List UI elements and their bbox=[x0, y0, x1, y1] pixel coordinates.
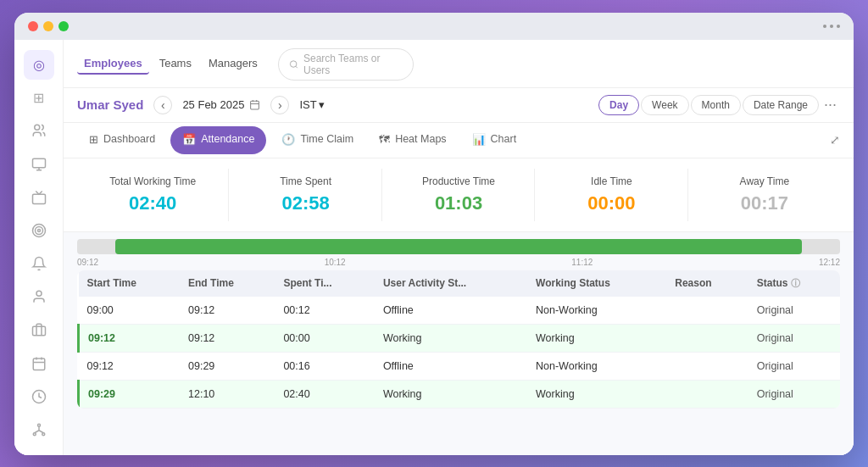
cell-start: 09:12 bbox=[79, 324, 181, 352]
prev-date-button[interactable]: ‹ bbox=[153, 96, 172, 114]
subtab-heatmaps-label: Heat Maps bbox=[395, 133, 446, 145]
col-start-time: Start Time bbox=[79, 270, 181, 297]
sidebar-icon-compass[interactable]: ◎ bbox=[24, 50, 54, 80]
timeline-area: 09:12 10:12 11:12 12:12 bbox=[64, 232, 854, 270]
svg-rect-4 bbox=[32, 194, 45, 203]
svg-point-0 bbox=[34, 125, 39, 131]
svg-point-17 bbox=[42, 433, 44, 436]
timeline-bar bbox=[77, 239, 840, 254]
cell-start: 09:00 bbox=[79, 297, 181, 325]
maximize-button[interactable] bbox=[58, 21, 69, 31]
subtab-attendance[interactable]: 📅 Attendance bbox=[170, 126, 266, 154]
stat-total-working: Total Working Time 02:40 bbox=[77, 169, 229, 221]
heatmaps-icon: 🗺 bbox=[379, 133, 390, 146]
view-day-button[interactable]: Day bbox=[598, 95, 639, 115]
cell-working-status: Working bbox=[527, 380, 666, 408]
sidebar-icon-person[interactable] bbox=[24, 282, 54, 312]
cell-spent: 00:16 bbox=[275, 352, 374, 380]
tab-teams[interactable]: Teams bbox=[153, 53, 198, 75]
expand-button[interactable]: ⤢ bbox=[830, 133, 840, 147]
svg-point-16 bbox=[33, 433, 36, 436]
svg-line-20 bbox=[39, 431, 43, 433]
cell-status: Original bbox=[748, 380, 840, 408]
cell-end: 12:10 bbox=[180, 380, 275, 408]
cell-reason bbox=[666, 297, 748, 325]
sidebar-icon-clock[interactable] bbox=[24, 381, 54, 411]
top-navigation: Employees Teams Managers Search Teams or… bbox=[64, 40, 854, 88]
sidebar-icon-calendar[interactable] bbox=[24, 348, 54, 378]
tab-managers[interactable]: Managers bbox=[202, 53, 264, 75]
tick-0: 09:12 bbox=[77, 258, 98, 267]
sidebar-icon-tv[interactable] bbox=[24, 182, 54, 212]
stat-value-2: 01:03 bbox=[387, 192, 531, 214]
subtab-dashboard[interactable]: ⊞ Dashboard bbox=[77, 126, 167, 154]
stat-label-4: Away Time bbox=[693, 175, 837, 187]
more-options-button[interactable]: ··· bbox=[821, 96, 840, 114]
subtab-dashboard-label: Dashboard bbox=[103, 133, 155, 145]
stat-value-3: 00:00 bbox=[539, 192, 683, 214]
sidebar-icon-monitor[interactable] bbox=[24, 149, 54, 179]
stat-away: Away Time 00:17 bbox=[689, 169, 840, 221]
stat-value-1: 02:58 bbox=[233, 192, 377, 214]
subtab-timeclaim-label: Time Claim bbox=[300, 133, 353, 145]
timeline-fill bbox=[115, 239, 802, 254]
cell-status: Original bbox=[748, 297, 840, 325]
search-icon bbox=[289, 59, 298, 69]
date-display: 25 Feb 2025 bbox=[182, 98, 260, 111]
tab-employees[interactable]: Employees bbox=[77, 53, 149, 75]
stat-label-1: Time Spent bbox=[233, 175, 377, 187]
svg-line-22 bbox=[296, 66, 298, 68]
user-name: Umar Syed bbox=[77, 97, 143, 112]
sidebar-icon-bell[interactable] bbox=[24, 249, 54, 279]
date-text: 25 Feb 2025 bbox=[182, 98, 244, 111]
timezone-selector[interactable]: IST ▾ bbox=[299, 98, 324, 111]
stat-label-2: Productive Time bbox=[387, 175, 531, 187]
sidebar-icon-org[interactable] bbox=[24, 414, 54, 444]
cell-reason bbox=[666, 352, 748, 380]
col-end-time: End Time bbox=[180, 270, 275, 297]
tick-3: 12:12 bbox=[819, 258, 840, 267]
sub-tabs: ⊞ Dashboard 📅 Attendance 🕐 Time Claim 🗺 … bbox=[64, 123, 854, 158]
view-week-button[interactable]: Week bbox=[641, 95, 688, 115]
next-date-button[interactable]: › bbox=[270, 96, 289, 114]
close-button[interactable] bbox=[28, 21, 38, 31]
dashboard-icon: ⊞ bbox=[89, 133, 98, 146]
view-month-button[interactable]: Month bbox=[691, 95, 741, 115]
calendar-icon[interactable] bbox=[249, 99, 260, 110]
minimize-button[interactable] bbox=[43, 21, 53, 31]
subtab-chart[interactable]: 📊 Chart bbox=[460, 126, 529, 154]
chart-icon: 📊 bbox=[472, 133, 486, 146]
cell-activity: Offline bbox=[375, 297, 527, 325]
subtab-timeclaim[interactable]: 🕐 Time Claim bbox=[270, 126, 365, 154]
titlebar bbox=[14, 13, 854, 40]
timezone-text: IST bbox=[299, 98, 316, 111]
sidebar-icon-target[interactable] bbox=[24, 215, 54, 245]
sidebar-icon-users[interactable] bbox=[24, 116, 54, 146]
table-header-row: Start Time End Time Spent Ti... User Act… bbox=[79, 270, 841, 297]
svg-rect-10 bbox=[33, 359, 45, 370]
svg-point-7 bbox=[37, 229, 40, 231]
table-row: 09:00 09:12 00:12 Offline Non-Working Or… bbox=[79, 297, 841, 325]
search-box[interactable]: Search Teams or Users bbox=[278, 48, 414, 81]
sidebar-icon-grid[interactable]: ⊞ bbox=[24, 83, 54, 113]
cell-activity: Working bbox=[375, 324, 527, 352]
timeline-ticks: 09:12 10:12 11:12 12:12 bbox=[77, 258, 840, 267]
view-buttons: Day Week Month Date Range ··· bbox=[598, 95, 840, 115]
subtab-chart-label: Chart bbox=[491, 133, 517, 145]
cell-start: 09:29 bbox=[79, 380, 181, 408]
view-daterange-button[interactable]: Date Range bbox=[743, 95, 819, 115]
table-row: 09:12 09:12 00:00 Working Working Origin… bbox=[79, 324, 841, 352]
svg-rect-23 bbox=[251, 101, 259, 109]
cell-spent: 00:00 bbox=[275, 324, 374, 352]
subtab-heatmaps[interactable]: 🗺 Heat Maps bbox=[367, 126, 458, 154]
col-status: Status ⓘ bbox=[748, 270, 840, 297]
sidebar: ◎ ⊞ bbox=[14, 40, 64, 455]
nav-tabs: Employees Teams Managers bbox=[77, 53, 264, 75]
title-menu bbox=[823, 25, 840, 28]
sidebar-icon-briefcase[interactable] bbox=[24, 315, 54, 345]
cell-end: 09:29 bbox=[180, 352, 275, 380]
cell-activity: Working bbox=[375, 380, 527, 408]
stats-row: Total Working Time 02:40 Time Spent 02:5… bbox=[64, 158, 854, 232]
stat-label-0: Total Working Time bbox=[81, 175, 225, 187]
attendance-icon: 📅 bbox=[182, 133, 196, 146]
